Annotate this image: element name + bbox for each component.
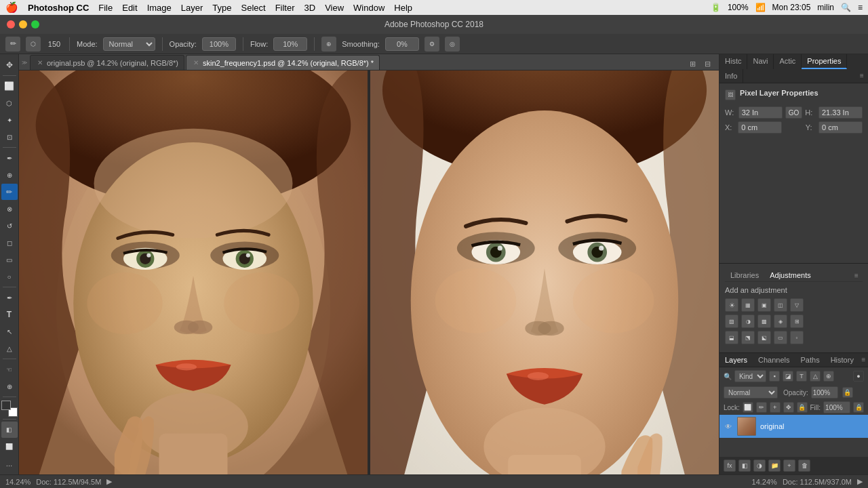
tab-skin2[interactable]: ✕ skin2_frequency1.psd @ 14.2% (original… — [186, 55, 380, 70]
heal-tool[interactable]: ⊕ — [1, 167, 18, 183]
add-mask-btn[interactable]: ◧ — [738, 460, 751, 472]
mode-select[interactable]: Normal Multiply Screen Overlay Soft Ligh… — [103, 37, 155, 51]
fill-value[interactable] — [823, 401, 850, 413]
adj-selective-color[interactable]: ▫ — [790, 331, 804, 344]
adj-hue-sat[interactable]: ▧ — [725, 314, 738, 328]
adj-curves[interactable]: ▣ — [757, 298, 771, 312]
y-input[interactable] — [818, 121, 863, 134]
shape-tool[interactable]: △ — [1, 340, 18, 357]
add-layer-btn[interactable]: + — [783, 460, 795, 472]
menu-filter[interactable]: Filter — [275, 3, 295, 13]
adj-posterize[interactable]: ⬔ — [741, 331, 755, 344]
menu-type[interactable]: Type — [212, 3, 231, 13]
x-input[interactable] — [738, 121, 782, 134]
menu-3d[interactable]: 3D — [304, 3, 316, 13]
layer-filter-pixel[interactable]: ▪ — [769, 371, 780, 382]
right-arrow[interactable]: ▶ — [857, 477, 863, 486]
settings-icon[interactable]: ⚙ — [425, 37, 439, 52]
w-input[interactable] — [738, 106, 783, 119]
delete-layer-btn[interactable]: 🗑 — [798, 460, 810, 472]
lock-position-btn[interactable]: ✥ — [783, 402, 794, 413]
tab-properties[interactable]: Properties — [802, 54, 847, 69]
layers-tab-channels[interactable]: Channels — [753, 353, 795, 367]
adj-vibrance[interactable]: ▽ — [790, 298, 804, 312]
history-brush-tool[interactable]: ↺ — [1, 218, 18, 234]
clone-tool[interactable]: ⊗ — [1, 201, 18, 217]
lasso-tool[interactable]: ⬡ — [1, 95, 18, 111]
tab-close-2[interactable]: ✕ — [192, 59, 200, 67]
lock-transparent-btn[interactable]: ⬜ — [743, 402, 753, 413]
blend-mode-select[interactable]: Normal Multiply Screen — [724, 386, 778, 399]
pen-tool[interactable]: ✒ — [1, 289, 18, 306]
marquee-tool[interactable]: ⬜ — [1, 78, 18, 94]
smoothing-input[interactable] — [385, 37, 419, 51]
angle-icon[interactable]: ◎ — [445, 37, 460, 52]
search-icon[interactable]: 🔍 — [841, 3, 851, 12]
fill-lock-icon[interactable]: 🔒 — [853, 402, 864, 413]
menu-view[interactable]: View — [325, 3, 344, 13]
layers-menu-icon[interactable]: ≡ — [859, 353, 868, 365]
layer-kind-select[interactable]: Kind — [734, 370, 766, 382]
tab-info[interactable]: Info — [719, 69, 743, 83]
foreground-color[interactable] — [1, 401, 11, 410]
layers-tab-paths[interactable]: Paths — [795, 353, 825, 367]
lock-paint-btn[interactable]: ✏ — [756, 402, 767, 413]
fullscreen-button[interactable] — [31, 20, 39, 28]
zoom-tool[interactable]: ⊕ — [1, 378, 18, 394]
adj-gradient-map[interactable]: ▭ — [774, 331, 787, 344]
adj-color-balance[interactable]: ◑ — [741, 314, 755, 328]
panel-collapse-btn[interactable]: ≫ — [22, 55, 27, 70]
tab-navi[interactable]: Navi — [747, 54, 774, 69]
tab-actic[interactable]: Actic — [774, 54, 802, 69]
menu-help[interactable]: Help — [394, 3, 412, 13]
adj-invert[interactable]: ⬓ — [725, 331, 738, 344]
panel-options-icon[interactable]: ⊟ — [701, 58, 713, 70]
color-swatches[interactable] — [1, 401, 18, 417]
layer-item-original[interactable]: 👁 original — [719, 415, 868, 438]
quick-mask[interactable]: ◧ — [1, 422, 18, 438]
add-layer-style-btn[interactable]: fx — [724, 460, 736, 472]
adj-photo-filter[interactable]: ◈ — [774, 314, 787, 328]
adj-threshold[interactable]: ⬕ — [757, 331, 771, 344]
close-button[interactable] — [7, 20, 15, 28]
crop-tool[interactable]: ⊡ — [1, 129, 18, 145]
layers-tab-history[interactable]: History — [825, 353, 859, 367]
menu-select[interactable]: Select — [241, 3, 265, 13]
menu-image[interactable]: Image — [147, 3, 172, 13]
opacity-lock-icon[interactable]: 🔒 — [842, 387, 853, 398]
menu-window[interactable]: Window — [353, 3, 384, 13]
gradient-tool[interactable]: ▭ — [1, 251, 18, 268]
layer-filter-type[interactable]: T — [796, 371, 807, 382]
brush-tool[interactable]: ✏ — [1, 184, 18, 200]
add-group-btn[interactable]: 📁 — [768, 460, 781, 472]
layer-visibility-eye[interactable]: 👁 — [724, 422, 733, 431]
flow-input[interactable] — [273, 37, 307, 51]
lock-all-btn[interactable]: 🔒 — [797, 402, 808, 413]
layers-tab-layers[interactable]: Layers — [719, 353, 753, 367]
tab-original[interactable]: ✕ original.psb @ 14.2% (original, RGB/8*… — [30, 55, 184, 70]
adj-levels[interactable]: ▦ — [741, 298, 755, 312]
wand-tool[interactable]: ✦ — [1, 112, 18, 128]
layer-filter-adj[interactable]: ◪ — [783, 371, 793, 382]
menu-layer[interactable]: Layer — [181, 3, 203, 13]
menu-file[interactable]: File — [98, 3, 113, 13]
adj-channel-mixer[interactable]: ⊞ — [790, 314, 804, 328]
layer-filter-smart[interactable]: ⊕ — [823, 371, 834, 382]
dodge-tool[interactable]: ○ — [1, 268, 18, 285]
airbrush-icon[interactable]: ⊕ — [321, 37, 336, 52]
tab-histc[interactable]: Histc — [719, 54, 747, 69]
extra-tools[interactable]: … — [1, 455, 18, 472]
panel-menu-icon[interactable]: ≡ — [856, 69, 868, 81]
move-tool[interactable]: ✥ — [1, 57, 18, 73]
adj-menu-icon[interactable]: ≡ — [850, 269, 863, 281]
notifications-icon[interactable]: ≡ — [858, 3, 863, 12]
minimize-button[interactable] — [19, 20, 27, 28]
left-arrow[interactable]: ▶ — [106, 477, 112, 486]
eyedropper-tool[interactable]: ✒ — [1, 150, 18, 166]
lock-artboard-btn[interactable]: + — [770, 402, 781, 413]
adj-black-white[interactable]: ▩ — [757, 314, 771, 328]
opacity-value[interactable] — [811, 386, 838, 399]
layer-filter-toggle[interactable]: ● — [853, 371, 864, 382]
canvas-left[interactable] — [19, 70, 368, 474]
h-input[interactable] — [818, 106, 863, 119]
